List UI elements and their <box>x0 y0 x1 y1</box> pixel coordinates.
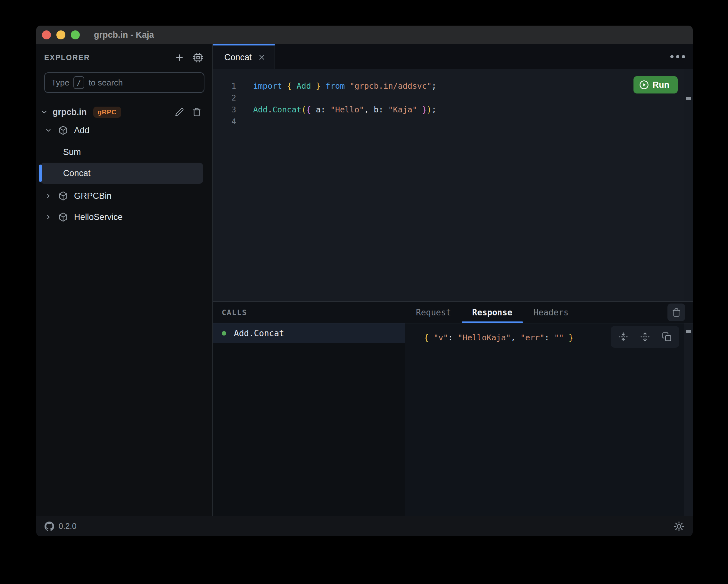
service-label: Add <box>74 126 89 135</box>
response-panel: { "v": "HelloKaja", "err": "" } <box>405 324 693 516</box>
tree-item-service-helloservice[interactable]: HelloService <box>36 207 212 227</box>
maximize-window-button[interactable] <box>71 30 80 39</box>
response-toolbar <box>611 326 679 348</box>
line-number: 4 <box>213 117 236 126</box>
minimize-window-button[interactable] <box>56 30 66 39</box>
slash-key-hint: / <box>73 76 84 89</box>
scrollbar-thumb[interactable] <box>686 97 691 100</box>
explorer-header: EXPLORER <box>36 51 212 64</box>
tree-item-service-add[interactable]: Add <box>36 121 212 140</box>
explorer-heading: EXPLORER <box>44 53 90 62</box>
tree-item-project[interactable]: grpcb.in gRPC <box>36 103 212 121</box>
run-label: Run <box>653 80 669 90</box>
plus-icon <box>175 53 184 62</box>
service-label: GRPCBin <box>74 191 111 201</box>
close-icon <box>258 53 266 61</box>
code-line[interactable]: 3Add.Concat({ a: "Hello", b: "Kaja" }); <box>213 104 693 116</box>
service-tree: grpcb.in gRPC <box>36 103 212 227</box>
ellipsis-icon <box>676 55 679 58</box>
tab-concat[interactable]: Concat <box>213 44 275 69</box>
search-input[interactable]: Type / to search <box>44 72 204 93</box>
desktop-background: grpcb.in - Kaja EXPLORER <box>0 0 728 584</box>
tab-label: Concat <box>224 53 252 62</box>
ellipsis-icon <box>682 55 685 58</box>
tab-request[interactable]: Request <box>405 302 462 323</box>
protocol-badge: gRPC <box>93 107 121 118</box>
search-placeholder-prefix: Type <box>51 78 69 88</box>
scrollbar-thumb[interactable] <box>686 330 691 333</box>
chevron-down-icon[interactable] <box>45 127 52 134</box>
edit-project-button[interactable] <box>175 108 184 116</box>
calls-panel: CALLS Request Response Headers <box>213 301 693 516</box>
method-label: Concat <box>63 168 91 178</box>
add-project-button[interactable] <box>175 53 184 62</box>
project-name: grpcb.in <box>53 107 87 117</box>
sidebar: EXPLORER Type / to search <box>36 44 213 516</box>
chevron-right-icon[interactable] <box>45 214 52 221</box>
main-panel: Concat 1import { Add } from "grpcb.in/ad… <box>213 44 693 516</box>
tab-response[interactable]: Response <box>462 302 523 323</box>
tab-headers[interactable]: Headers <box>523 302 579 323</box>
expand-all-button[interactable] <box>640 332 650 342</box>
tree-item-method-concat[interactable]: Concat <box>41 163 203 184</box>
close-window-button[interactable] <box>42 30 51 39</box>
copy-icon <box>662 332 672 342</box>
github-icon <box>45 522 54 531</box>
unfold-vertical-icon <box>640 332 650 342</box>
line-number: 2 <box>213 93 236 103</box>
traffic-lights <box>42 30 80 39</box>
delete-project-button[interactable] <box>192 108 201 116</box>
run-button[interactable]: Run <box>633 76 678 93</box>
titlebar[interactable]: grpcb.in - Kaja <box>36 26 693 44</box>
status-bar: 0.2.0 <box>36 516 693 536</box>
chevron-down-icon[interactable] <box>41 108 48 116</box>
search-placeholder-suffix: to search <box>88 78 123 88</box>
box-icon <box>58 126 68 135</box>
calls-heading: CALLS <box>222 308 247 317</box>
call-status-dot <box>222 331 226 336</box>
response-scrollbar[interactable] <box>684 324 693 516</box>
calls-header: CALLS Request Response Headers <box>213 302 693 324</box>
pencil-icon <box>175 108 184 116</box>
service-label: HelloService <box>74 212 123 222</box>
tab-bar: Concat <box>213 44 693 69</box>
play-circle-icon <box>639 80 649 90</box>
clear-calls-button[interactable] <box>668 304 685 321</box>
more-options-button[interactable] <box>670 44 693 69</box>
close-tab-button[interactable] <box>258 53 266 61</box>
collapse-all-button[interactable] <box>618 332 628 342</box>
copy-response-button[interactable] <box>662 332 672 342</box>
app-version: 0.2.0 <box>59 522 77 531</box>
code-line[interactable]: 2 <box>213 92 693 104</box>
editor-scrollbar[interactable] <box>684 69 693 301</box>
trash-icon <box>672 308 681 317</box>
tree-item-method-sum[interactable]: Sum <box>36 142 212 162</box>
code-lines: 1import { Add } from "grpcb.in/addsvc";2… <box>213 69 693 128</box>
call-label: Add.Concat <box>234 329 284 338</box>
tree-item-service-grpcbin[interactable]: GRPCBin <box>36 186 212 206</box>
code-line[interactable]: 4 <box>213 116 693 128</box>
theme-toggle-button[interactable] <box>674 521 684 532</box>
code-line[interactable]: 1import { Add } from "grpcb.in/addsvc"; <box>213 80 693 92</box>
code-text: Add.Concat({ a: "Hello", b: "Kaja" }); <box>253 105 436 114</box>
selected-indicator <box>39 165 42 182</box>
line-number: 3 <box>213 105 236 114</box>
cpu-icon <box>193 53 203 62</box>
box-icon <box>58 212 68 222</box>
app-window: grpcb.in - Kaja EXPLORER <box>36 26 693 536</box>
call-item-add-concat[interactable]: Add.Concat <box>213 324 405 343</box>
github-link[interactable] <box>45 522 54 531</box>
code-text: import { Add } from "grpcb.in/addsvc"; <box>253 81 436 91</box>
method-label: Sum <box>63 147 81 157</box>
trash-icon <box>192 108 201 116</box>
box-icon <box>58 191 68 201</box>
code-editor[interactable]: 1import { Add } from "grpcb.in/addsvc";2… <box>213 69 693 301</box>
chevron-right-icon[interactable] <box>45 192 52 199</box>
fold-vertical-icon <box>618 332 628 342</box>
calls-list: Add.Concat <box>213 324 405 516</box>
window-title: grpcb.in - Kaja <box>94 30 154 40</box>
line-number: 1 <box>213 81 236 91</box>
configuration-button[interactable] <box>193 53 203 62</box>
ellipsis-icon <box>670 55 674 58</box>
call-detail-tabs: Request Response Headers <box>405 302 579 323</box>
